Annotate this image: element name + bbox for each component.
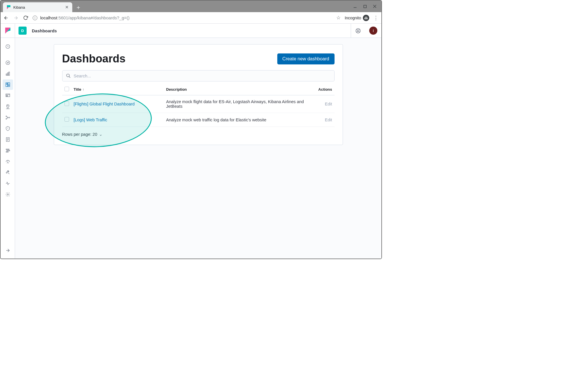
content-area: Dashboards Create new dashboard Title↑ D… bbox=[15, 38, 381, 259]
window-close-icon[interactable] bbox=[373, 4, 377, 8]
svg-point-10 bbox=[6, 61, 10, 65]
svg-point-33 bbox=[7, 194, 8, 195]
dashboard-link[interactable]: [Flights] Global Flight Dashboard bbox=[74, 102, 135, 106]
row-checkbox[interactable] bbox=[64, 101, 69, 106]
svg-rect-15 bbox=[8, 83, 10, 85]
row-description: Analyze mock flight data for ES-Air, Log… bbox=[164, 95, 316, 113]
svg-rect-12 bbox=[7, 73, 8, 75]
devtools-icon[interactable] bbox=[3, 167, 13, 178]
dashboard-icon[interactable] bbox=[3, 79, 13, 90]
svg-rect-32 bbox=[6, 152, 8, 152]
maximize-icon[interactable] bbox=[363, 4, 367, 8]
address-bar: i localhost:5601/app/kibana#/dashboards?… bbox=[1, 12, 381, 24]
sort-asc-icon: ↑ bbox=[82, 88, 84, 92]
new-tab-button[interactable]: ＋ bbox=[74, 3, 83, 12]
browser-menu-icon[interactable]: ⋮ bbox=[373, 15, 378, 21]
back-button[interactable] bbox=[3, 15, 9, 21]
dashboards-panel: Dashboards Create new dashboard Title↑ D… bbox=[54, 44, 343, 145]
svg-rect-20 bbox=[6, 95, 8, 96]
edit-button[interactable]: Edit bbox=[325, 118, 332, 122]
table-row: [Flights] Global Flight Dashboard Analyz… bbox=[62, 95, 335, 113]
kibana-favicon bbox=[6, 5, 11, 10]
side-nav bbox=[1, 38, 15, 259]
row-description: Analyze mock web traffic log data for El… bbox=[164, 113, 316, 127]
svg-point-34 bbox=[67, 74, 69, 77]
svg-rect-1 bbox=[364, 5, 366, 8]
svg-point-5 bbox=[366, 18, 368, 19]
svg-point-8 bbox=[357, 30, 359, 31]
recent-icon[interactable] bbox=[3, 41, 13, 52]
kibana-header: D Dashboards I bbox=[1, 24, 381, 38]
dashboards-table: Title↑ Description Actions [Flights] Glo… bbox=[62, 83, 335, 127]
edit-button[interactable]: Edit bbox=[325, 102, 332, 106]
col-actions: Actions bbox=[316, 83, 335, 95]
select-all-checkbox[interactable] bbox=[64, 87, 69, 91]
site-info-icon[interactable]: i bbox=[33, 16, 37, 20]
svg-rect-13 bbox=[9, 72, 10, 75]
create-dashboard-button[interactable]: Create new dashboard bbox=[277, 53, 335, 64]
search-input[interactable] bbox=[74, 73, 331, 78]
monitoring-icon[interactable] bbox=[3, 178, 13, 189]
svg-point-22 bbox=[6, 116, 7, 117]
visualize-icon[interactable] bbox=[3, 68, 13, 79]
row-checkbox[interactable] bbox=[64, 117, 69, 122]
svg-point-23 bbox=[6, 118, 7, 119]
dashboard-link[interactable]: [Logs] Web Traffic bbox=[74, 118, 107, 122]
tab-strip: Kibana ✕ ＋ bbox=[1, 1, 381, 12]
app-badge[interactable]: D bbox=[19, 27, 27, 35]
svg-rect-16 bbox=[6, 84, 8, 87]
apm-icon[interactable] bbox=[3, 145, 13, 156]
logs-icon[interactable] bbox=[3, 134, 13, 145]
svg-point-4 bbox=[365, 18, 366, 19]
search-icon bbox=[66, 73, 71, 78]
window-controls bbox=[353, 4, 381, 8]
svg-point-24 bbox=[9, 117, 10, 118]
svg-rect-30 bbox=[6, 149, 9, 150]
page-title: Dashboards bbox=[62, 53, 126, 65]
uptime-icon[interactable] bbox=[3, 156, 13, 167]
bookmark-icon[interactable]: ☆ bbox=[336, 15, 341, 21]
svg-rect-17 bbox=[8, 85, 10, 87]
browser-window: Kibana ✕ ＋ i localhost:5601/app/kibana#/… bbox=[0, 0, 382, 259]
ml-icon[interactable] bbox=[3, 112, 13, 123]
table-row: [Logs] Web Traffic Analyze mock web traf… bbox=[62, 113, 335, 127]
incognito-icon bbox=[363, 15, 369, 21]
discover-icon[interactable] bbox=[3, 57, 13, 68]
kibana-body: Dashboards Create new dashboard Title↑ D… bbox=[1, 38, 381, 259]
svg-rect-31 bbox=[7, 150, 10, 151]
infra-icon[interactable] bbox=[3, 123, 13, 134]
url-field[interactable]: i localhost:5601/app/kibana#/dashboards?… bbox=[33, 15, 332, 20]
reload-button[interactable] bbox=[23, 15, 28, 20]
collapse-sidebar-icon[interactable] bbox=[3, 245, 13, 256]
management-icon[interactable] bbox=[3, 189, 13, 200]
browser-tab[interactable]: Kibana ✕ bbox=[3, 2, 72, 12]
breadcrumb: Dashboards bbox=[32, 28, 57, 33]
incognito-indicator: Incognito bbox=[345, 15, 369, 21]
canvas-icon[interactable] bbox=[3, 90, 13, 101]
svg-rect-11 bbox=[6, 74, 7, 75]
tab-title: Kibana bbox=[13, 5, 63, 10]
avatar[interactable]: I bbox=[369, 27, 377, 35]
rows-per-page[interactable]: Rows per page: 20 ⌄ bbox=[62, 132, 335, 137]
col-title[interactable]: Title↑ bbox=[71, 83, 164, 95]
svg-point-21 bbox=[7, 105, 8, 106]
help-icon[interactable] bbox=[351, 24, 365, 38]
svg-rect-14 bbox=[6, 83, 8, 84]
minimize-icon[interactable] bbox=[353, 4, 357, 8]
close-icon[interactable]: ✕ bbox=[65, 5, 69, 10]
url-text: localhost:5601/app/kibana#/dashboards?_g… bbox=[40, 15, 130, 20]
svg-line-35 bbox=[69, 77, 70, 78]
maps-icon[interactable] bbox=[3, 101, 13, 112]
col-description[interactable]: Description bbox=[164, 83, 316, 95]
search-box[interactable] bbox=[62, 70, 335, 81]
address-bar-right: ☆ Incognito ⋮ bbox=[336, 15, 378, 21]
chevron-down-icon: ⌄ bbox=[99, 132, 103, 137]
kibana-logo[interactable] bbox=[1, 24, 15, 38]
forward-button[interactable] bbox=[13, 15, 19, 21]
